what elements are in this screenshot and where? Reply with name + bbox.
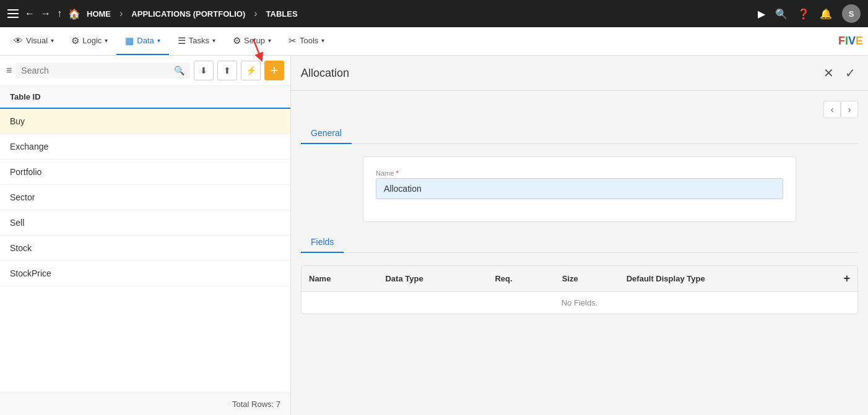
col-header-req: Req.: [487, 266, 554, 292]
sec-bar-left: 👁 Visual ▾ ⚙ Logic ▾ ▦ Data ▾ ☰ Tasks ▾ …: [5, 27, 333, 55]
sidebar-toolbar: ≡ 🔍 ⬇ ⬆ ⚡: [0, 56, 290, 86]
lightning-btn-wrap: ⚡: [241, 61, 261, 80]
right-panel: Allocation ✕ ✓ ‹ › General Name *: [291, 56, 868, 415]
breadcrumb-sep-2: ›: [254, 8, 257, 19]
nav-label-logic: Logic: [82, 36, 102, 45]
add-field-button[interactable]: +: [843, 272, 850, 285]
data-icon: ▦: [125, 35, 134, 46]
eye-icon: 👁: [14, 35, 23, 46]
forward-button[interactable]: →: [41, 8, 51, 19]
name-label: Name *: [376, 169, 783, 177]
search-box[interactable]: 🔍: [15, 62, 190, 79]
required-marker: *: [396, 169, 398, 177]
sidebar-item-stockprice[interactable]: StockPrice: [0, 261, 290, 286]
upload-button[interactable]: ⬆: [217, 61, 237, 80]
sidebar: ≡ 🔍 ⬇ ⬆ ⚡: [0, 56, 291, 415]
col-header-display: Default Display Type: [619, 266, 814, 292]
sidebar-header: Table ID: [0, 86, 290, 109]
search-button[interactable]: 🔍: [775, 8, 788, 20]
hamburger-menu[interactable]: [7, 9, 19, 18]
data-dropdown-arrow: ▾: [157, 37, 160, 44]
fields-table: Name Data Type Req. Size Default Display…: [302, 266, 857, 314]
up-button[interactable]: ↑: [57, 8, 62, 19]
avatar[interactable]: S: [842, 4, 861, 23]
nav-item-logic[interactable]: ⚙ Logic ▾: [63, 27, 116, 55]
panel-content: ‹ › General Name * Fields: [291, 91, 868, 415]
fields-section: Name Data Type Req. Size Default Display…: [301, 265, 858, 314]
sidebar-footer: Total Rows: 7: [0, 393, 290, 415]
sidebar-item-portfolio[interactable]: Portfolio: [0, 160, 290, 185]
logic-icon: ⚙: [71, 35, 79, 46]
visual-dropdown-arrow: ▾: [51, 37, 54, 44]
fields-table-header-row: Name Data Type Req. Size Default Display…: [302, 266, 857, 292]
sidebar-item-sell[interactable]: Sell: [0, 210, 290, 236]
name-field-group: Name *: [376, 169, 783, 199]
close-button[interactable]: ✕: [821, 63, 836, 83]
form-card: Name *: [363, 156, 796, 222]
nav-label-visual: Visual: [26, 36, 48, 45]
nav-label-data: Data: [137, 36, 154, 45]
breadcrumb-sep-1: ›: [119, 8, 123, 19]
no-fields-row: No Fields.: [302, 292, 857, 314]
col-header-datatype: Data Type: [378, 266, 487, 292]
five-logo: FIVE: [838, 27, 863, 55]
col-header-name: Name: [302, 266, 378, 292]
download-button[interactable]: ⬇: [194, 61, 214, 80]
name-input[interactable]: [376, 178, 783, 199]
sidebar-item-stock[interactable]: Stock: [0, 236, 290, 261]
play-button[interactable]: ▶: [758, 8, 765, 20]
tasks-dropdown-arrow: ▾: [212, 37, 215, 44]
tab-fields[interactable]: Fields: [301, 232, 344, 253]
sidebar-item-sector[interactable]: Sector: [0, 185, 290, 210]
top-bar-right: ▶ 🔍 ❓ 🔔 S: [758, 4, 861, 23]
col-header-add: +: [813, 266, 857, 292]
lightning-icon: ⚡: [246, 66, 256, 75]
sidebar-list: Buy Exchange Portfolio Sector Sell Stock…: [0, 109, 290, 393]
nav-label-setup: Setup: [244, 36, 265, 45]
panel-header: Allocation ✕ ✓: [291, 56, 868, 91]
home-link[interactable]: HOME: [87, 9, 111, 19]
nav-item-tools[interactable]: ✂ Tools ▾: [280, 27, 333, 55]
search-input[interactable]: [21, 66, 170, 75]
col-header-size: Size: [555, 266, 619, 292]
confirm-button[interactable]: ✓: [843, 63, 858, 83]
nav-item-setup[interactable]: ⚙ Setup ▾: [224, 27, 280, 55]
secondary-nav-bar: 👁 Visual ▾ ⚙ Logic ▾ ▦ Data ▾ ☰ Tasks ▾ …: [0, 27, 868, 56]
tabs: General: [301, 123, 858, 144]
nav-item-data[interactable]: ▦ Data ▾: [116, 27, 168, 55]
prev-button[interactable]: ‹: [823, 101, 841, 118]
lightning-button[interactable]: ⚡: [241, 61, 261, 80]
setup-icon: ⚙: [233, 35, 241, 46]
total-rows-label: Total Rows: 7: [232, 400, 280, 409]
logic-dropdown-arrow: ▾: [105, 37, 108, 44]
tasks-icon: ☰: [178, 35, 186, 46]
add-button[interactable]: +: [264, 61, 284, 80]
tables-link[interactable]: TABLES: [266, 9, 298, 19]
filter-icon: ≡: [6, 65, 12, 76]
fields-tabs: Fields: [301, 232, 858, 253]
main-area: ≡ 🔍 ⬇ ⬆ ⚡: [0, 56, 868, 415]
sidebar-item-exchange[interactable]: Exchange: [0, 134, 290, 160]
help-button[interactable]: ❓: [797, 8, 810, 20]
sidebar-item-buy[interactable]: Buy: [0, 109, 290, 134]
nav-item-visual[interactable]: 👁 Visual ▾: [5, 27, 63, 55]
nav-item-tasks[interactable]: ☰ Tasks ▾: [169, 27, 224, 55]
next-button[interactable]: ›: [841, 101, 858, 118]
nav-label-tools: Tools: [300, 36, 318, 45]
back-button[interactable]: ←: [25, 8, 35, 19]
search-icon: 🔍: [174, 66, 184, 75]
nav-arrows: ‹ ›: [301, 101, 858, 118]
top-bar: ← → ↑ 🏠 HOME › APPLICATIONS (PORTFOLIO) …: [0, 0, 868, 27]
tab-general[interactable]: General: [301, 123, 352, 144]
nav-label-tasks: Tasks: [189, 36, 209, 45]
tools-icon: ✂: [289, 35, 297, 46]
applications-link[interactable]: APPLICATIONS (PORTFOLIO): [131, 9, 245, 19]
notifications-button[interactable]: 🔔: [820, 8, 832, 20]
panel-header-actions: ✕ ✓: [821, 63, 858, 83]
no-fields-message: No Fields.: [302, 292, 857, 314]
top-bar-left: ← → ↑ 🏠 HOME › APPLICATIONS (PORTFOLIO) …: [7, 8, 298, 20]
tools-dropdown-arrow: ▾: [321, 37, 324, 44]
panel-title: Allocation: [301, 67, 349, 80]
setup-dropdown-arrow: ▾: [268, 37, 271, 44]
